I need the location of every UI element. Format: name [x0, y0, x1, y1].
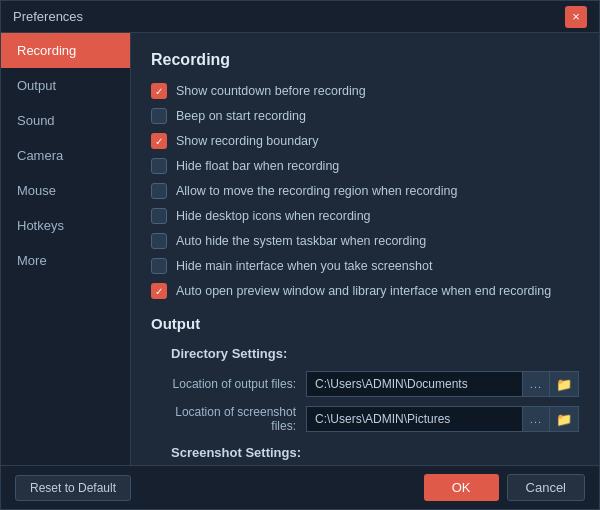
directory-settings-title: Directory Settings:: [171, 346, 579, 361]
sidebar-item-mouse[interactable]: Mouse: [1, 173, 130, 208]
sidebar: Recording Output Sound Camera Mouse Hotk…: [1, 33, 131, 465]
folder-icon-2: 📁: [556, 412, 572, 427]
output-files-input-group: ... 📁: [306, 371, 579, 397]
sidebar-item-more[interactable]: More: [1, 243, 130, 278]
checkbox-maininterface[interactable]: [151, 258, 167, 274]
checkbox-floatbar[interactable]: [151, 158, 167, 174]
sidebar-item-hotkeys[interactable]: Hotkeys: [1, 208, 130, 243]
screenshot-settings-title: Screenshot Settings:: [171, 445, 579, 460]
footer: Reset to Default OK Cancel: [1, 465, 599, 509]
sidebar-item-recording[interactable]: Recording: [1, 33, 130, 68]
folder-icon: 📁: [556, 377, 572, 392]
checkbox-autoopen[interactable]: ✓: [151, 283, 167, 299]
output-files-row: Location of output files: ... 📁: [151, 371, 579, 397]
dialog-title: Preferences: [13, 9, 83, 24]
checkbox-desktopicons-label: Hide desktop icons when recording: [176, 209, 371, 223]
sidebar-item-camera[interactable]: Camera: [1, 138, 130, 173]
main-content: Recording Output Sound Camera Mouse Hotk…: [1, 33, 599, 465]
checkbox-row-beep: Beep on start recording: [151, 108, 579, 124]
title-bar: Preferences ×: [1, 1, 599, 33]
checkbox-row-taskbar: Auto hide the system taskbar when record…: [151, 233, 579, 249]
screenshot-files-input-group: ... 📁: [306, 406, 579, 432]
cancel-button[interactable]: Cancel: [507, 474, 585, 501]
checkbox-boundary[interactable]: ✓: [151, 133, 167, 149]
screenshot-files-dots-button[interactable]: ...: [523, 406, 550, 432]
checkbox-row-boundary: ✓ Show recording boundary: [151, 133, 579, 149]
checkbox-row-desktopicons: Hide desktop icons when recording: [151, 208, 579, 224]
recording-section-title: Recording: [151, 51, 579, 69]
checkbox-boundary-label: Show recording boundary: [176, 134, 318, 148]
output-files-dots-button[interactable]: ...: [523, 371, 550, 397]
checkbox-row-countdown: ✓ Show countdown before recording: [151, 83, 579, 99]
checkbox-moveregion-label: Allow to move the recording region when …: [176, 184, 457, 198]
checkbox-beep-label: Beep on start recording: [176, 109, 306, 123]
screenshot-files-row: Location of screenshot files: ... 📁: [151, 405, 579, 433]
screenshot-files-input[interactable]: [306, 406, 523, 432]
checkbox-taskbar-label: Auto hide the system taskbar when record…: [176, 234, 426, 248]
close-button[interactable]: ×: [565, 6, 587, 28]
screenshot-files-label: Location of screenshot files:: [151, 405, 306, 433]
checkbox-row-autoopen: ✓ Auto open preview window and library i…: [151, 283, 579, 299]
checkbox-desktopicons[interactable]: [151, 208, 167, 224]
output-files-label: Location of output files:: [151, 377, 306, 391]
checkbox-row-moveregion: Allow to move the recording region when …: [151, 183, 579, 199]
checkbox-autoopen-label: Auto open preview window and library int…: [176, 284, 551, 298]
preferences-dialog: Preferences × Recording Output Sound Cam…: [0, 0, 600, 510]
content-area: Recording ✓ Show countdown before record…: [131, 33, 599, 465]
checkbox-moveregion[interactable]: [151, 183, 167, 199]
sidebar-item-output[interactable]: Output: [1, 68, 130, 103]
checkbox-maininterface-label: Hide main interface when you take screen…: [176, 259, 432, 273]
output-files-input[interactable]: [306, 371, 523, 397]
checkbox-countdown-label: Show countdown before recording: [176, 84, 366, 98]
reset-button[interactable]: Reset to Default: [15, 475, 131, 501]
checkbox-row-floatbar: Hide float bar when recording: [151, 158, 579, 174]
screenshot-files-folder-button[interactable]: 📁: [550, 406, 579, 432]
checkbox-row-maininterface: Hide main interface when you take screen…: [151, 258, 579, 274]
checkbox-floatbar-label: Hide float bar when recording: [176, 159, 339, 173]
checkbox-countdown[interactable]: ✓: [151, 83, 167, 99]
output-section-title: Output: [151, 315, 579, 332]
checkbox-taskbar[interactable]: [151, 233, 167, 249]
output-files-folder-button[interactable]: 📁: [550, 371, 579, 397]
footer-right: OK Cancel: [424, 474, 585, 501]
ok-button[interactable]: OK: [424, 474, 499, 501]
checkbox-beep[interactable]: [151, 108, 167, 124]
sidebar-item-sound[interactable]: Sound: [1, 103, 130, 138]
